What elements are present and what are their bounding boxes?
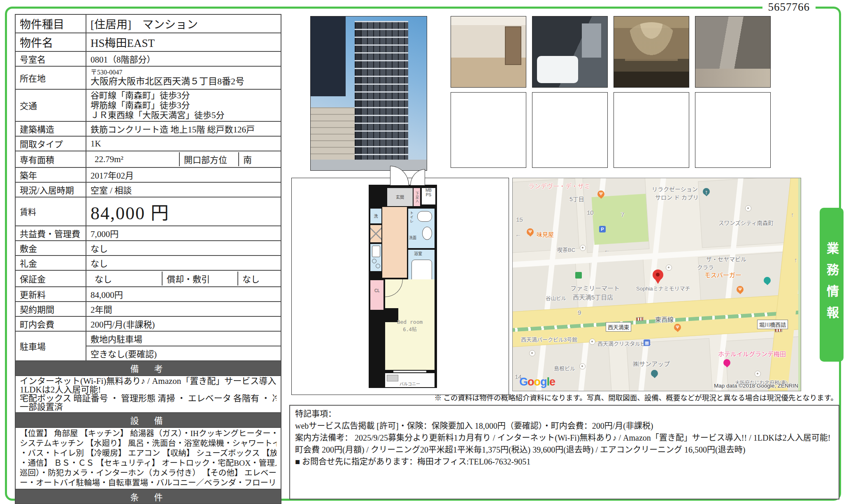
restaurant-pin-icon: Ψ	[597, 190, 604, 197]
genkan-label: 玄関	[396, 195, 404, 200]
map-label-nishitenma-east: 西天満東	[606, 322, 631, 332]
mb-label: MB	[422, 188, 435, 193]
field-label-term: 契約期間	[15, 302, 86, 316]
photo-placeholder-2	[532, 92, 608, 168]
field-value-term: 2年間	[86, 302, 281, 316]
remarks-line-1: インターネット(Wi-Fi)無料あり♪ / Amazon「置き配」サービス導入!…	[20, 377, 277, 386]
adjacent-building	[311, 16, 346, 96]
photo-placeholder-4	[695, 92, 771, 168]
section-header-remarks: 備 考	[15, 361, 281, 376]
field-label-renewal: 更新料	[15, 287, 86, 302]
field-value-renewal: 84,000円	[86, 287, 281, 302]
map-label-horikawa: 堀川橋西詰	[757, 320, 788, 329]
field-value-amortization: なし	[237, 272, 277, 286]
photo-placeholder-1	[451, 92, 526, 168]
map-label-taniyama: 谷山ビル	[546, 294, 566, 302]
toilet-washroom: トイレ 洗面	[408, 209, 435, 248]
poi-marker-icon	[745, 205, 751, 211]
field-value-layout: 1K	[86, 136, 281, 151]
low-building	[311, 107, 355, 160]
equipment-line-3: ・バス・トイレ別 【冷暖房】 エアコン 【収納】 シューズボックス 【放送	[20, 448, 277, 458]
map-label-5chome: 5丁目	[569, 195, 584, 203]
access-line-1: 谷町線「南森町」徒歩3分	[91, 91, 277, 100]
bath-label: 浴室	[414, 251, 422, 256]
map-green-edge	[798, 178, 801, 391]
field-label-amortization: 償却・敷引	[162, 272, 237, 286]
property-location-pin-icon	[653, 269, 663, 280]
arrow-up-icon: ↑	[704, 188, 708, 195]
bedroom-door-swing-icon	[385, 279, 403, 297]
map-number-9: 9	[578, 309, 581, 316]
convenience-store-icon	[575, 272, 582, 279]
map-label-mos-burger: モスバーガー	[704, 270, 741, 279]
field-value-parking-2: 空きなし(要確認)	[86, 346, 281, 361]
special-notes-box: 特記事項： webサービス広告掲載 [許可]・保険：保険要加入 18,000円（…	[289, 405, 839, 499]
field-value-address: 〒530-0047 大阪府大阪市北区西天満５丁目8番2号	[86, 66, 281, 89]
photo-building-exterior	[310, 16, 427, 171]
photo-room-interior	[451, 16, 526, 88]
poi-marker-icon	[589, 339, 595, 345]
bathroom-panel	[582, 23, 601, 58]
field-value-direction: 南	[238, 152, 277, 166]
business-info-tab-label: 業務情報	[823, 242, 841, 327]
entrance-door-swing-icon	[410, 169, 425, 186]
map-label-clara: クララ	[697, 263, 714, 271]
access-line-2: 堺筋線「南森町」徒歩3分	[91, 100, 277, 110]
arrow-left-icon: ←	[604, 246, 610, 253]
hallway-kitchen-floor	[382, 207, 407, 278]
field-value-status: 空室 / 相談	[86, 182, 281, 197]
refrigerator-space	[370, 225, 381, 242]
field-label-structure: 建築構造	[15, 121, 86, 136]
field-label-guarantee: 保証金	[15, 270, 86, 287]
arrow-left-icon: ←	[515, 231, 521, 238]
map-label-parkbill: 西天満パークビル3号館	[521, 335, 577, 343]
balcony: バルコニー	[385, 372, 435, 387]
special-notes-line-1: webサービス広告掲載 [許可]・保険：保険要加入 18,000円（要確認）・町…	[295, 420, 834, 432]
poi-marker-icon	[755, 371, 761, 377]
equipment-text: 【位置】 角部屋 【キッチン】 給湯器（ガス）・IHクッキングヒーター・ システ…	[15, 427, 281, 489]
map-number-15: 15	[516, 216, 523, 223]
map-park	[592, 194, 649, 245]
field-value-chonai: 200円/月(非課税)	[86, 316, 281, 331]
basin-label: 洗面	[409, 236, 416, 240]
special-notes-title: 特記事項：	[295, 408, 834, 420]
burner-icon	[372, 259, 377, 263]
map-label-swans: スワンズシティ南森町	[718, 218, 774, 227]
section-header-equipment: 設 備	[15, 413, 281, 427]
equipment-line-5: 巡回）・防犯カメラ・インターホン（カメラ付き） 【その他】 エレベータ	[20, 468, 277, 478]
postal-code: 〒530-0047	[91, 69, 277, 76]
photo-placeholder-3	[614, 92, 689, 168]
parking-letter: P	[601, 227, 604, 232]
rail-crossing-icon	[636, 317, 644, 321]
map-label-relaxation-2: サロン ド カプリ	[655, 193, 699, 201]
meter-pipe-space: MB PS	[422, 188, 435, 204]
photo-bathroom	[532, 16, 608, 88]
kitchen-unit	[370, 244, 381, 271]
museum-icon: ▦	[644, 339, 650, 346]
map-label-familymart-2: 西天満5丁目店	[573, 293, 613, 301]
field-value-name: HS梅田EAST	[86, 33, 281, 51]
document-number: 5657766	[762, 1, 816, 14]
remarks-line-4: 一部設置済	[20, 403, 277, 411]
remarks-text: インターネット(Wi-Fi)無料あり♪ / Amazon「置き配」サービス導入!…	[15, 376, 281, 413]
arrow-up-icon: ↑	[794, 256, 797, 263]
field-label-deposit: 敷金	[15, 241, 86, 255]
poi-marker-icon	[529, 350, 535, 356]
room-door	[505, 26, 521, 65]
field-value-access: 谷町線「南森町」徒歩3分 堺筋線「南森町」徒歩3分 ＪＲ東西線「大阪天満宮」徒歩…	[86, 89, 281, 121]
special-notes-line-3: 町会費 200円(月額) / クリーニング20平米超1平米毎1,375円(税込)…	[295, 444, 834, 456]
washer-label: 洗	[374, 214, 378, 218]
map-label-sophia: Sophiaミナミモリマチ	[636, 284, 690, 292]
fork-icon: Ψ	[528, 230, 532, 234]
field-value-rent: 84,000 円	[86, 197, 281, 226]
balcony-label: バルコニー	[385, 382, 435, 386]
fork-icon: Ψ	[676, 325, 679, 330]
washer-space: 洗	[370, 209, 381, 223]
equipment-line-4: ・通信】 ＢＳ・ＣＳ 【セキュリティ】 オートロック・宅配BOX・管理人（	[20, 458, 277, 468]
field-label-fee: 共益費・管理費	[15, 226, 86, 241]
field-value-room: 0801（8階部分）	[86, 51, 281, 66]
apartment-tower	[355, 21, 408, 163]
map-label-kissa-bc: 喫茶BC	[557, 246, 575, 253]
poi-marker-icon	[666, 265, 672, 271]
field-value-parking-1: 敷地内駐車場	[86, 331, 281, 346]
